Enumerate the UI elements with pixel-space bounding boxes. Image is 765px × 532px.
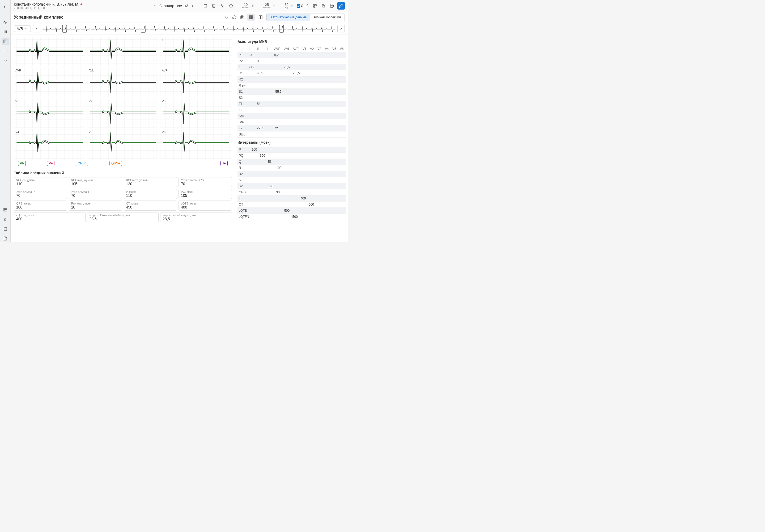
wave-tool-icon[interactable] [220,3,225,9]
cell [283,189,291,196]
print-icon[interactable] [329,3,335,9]
ecg-cell-AVL[interactable]: AVL [87,68,159,97]
table-icon[interactable] [2,206,9,214]
marker-qrsb[interactable]: QRSb [76,161,88,166]
cell [324,119,331,125]
svg-rect-3 [204,5,207,7]
cell [324,77,331,83]
ecg-cell-I[interactable]: I [14,37,86,66]
freq-minus-button[interactable]: – [279,3,284,8]
edit-button[interactable] [337,2,345,10]
field[interactable]: Угол альфа T70 [69,189,122,199]
ecg-cell-II[interactable]: II [87,37,159,66]
cell [323,189,331,196]
row-name: R1 [238,70,247,77]
refresh-icon[interactable] [231,14,237,20]
calc-icon[interactable] [2,225,9,233]
cell [273,70,283,77]
stab-checkbox[interactable]: Стаб. [297,4,309,8]
lead-select[interactable]: AVR [14,26,31,32]
ecg-cell-AVR[interactable]: AVR [14,68,86,97]
row-name: St40 [238,119,247,125]
field[interactable]: Индекс Соколова-Лайона, мм28,5 [87,212,159,222]
cell [291,159,299,165]
books-icon[interactable] [2,28,9,36]
save-icon[interactable] [239,14,245,20]
cell [283,177,291,183]
cell [292,125,301,132]
cell [283,70,292,77]
chart-icon[interactable] [2,57,9,64]
cell [309,113,316,119]
rhythm-next-button[interactable] [337,25,345,32]
doc-icon[interactable] [2,235,9,242]
marker-te[interactable]: Te [221,161,228,166]
waveform-icon[interactable] [2,19,9,26]
field[interactable]: Угол альфа P70 [14,189,67,199]
marker-qrse[interactable]: QRSe [109,161,122,166]
cell [331,107,339,113]
auto-data-button[interactable]: Автоматические данные [267,14,310,21]
gear-icon[interactable] [312,3,318,9]
alpha-icon[interactable]: α [2,216,9,223]
field[interactable]: ЧССmax, уд/мин120 [124,177,177,187]
field-value: 10 [71,205,120,209]
layout-square-icon[interactable] [202,3,208,9]
field[interactable]: cQTFm, мсек400 [14,212,86,222]
rhythm-prev-button[interactable] [33,25,40,32]
chevron-down-icon [25,27,28,30]
field[interactable]: Угол альфа QRS70 [179,177,232,187]
field[interactable]: Корнельский индекс, мм28,5 [160,212,232,222]
cell [292,64,301,70]
speed-minus-button[interactable]: – [258,3,262,8]
ecg-cell-V5[interactable]: V5 [87,129,159,159]
prev-study-button[interactable] [152,3,158,9]
marker-pe[interactable]: Pe [47,161,55,166]
freq-plus-button[interactable]: + [290,3,294,8]
field[interactable]: P, мсек110 [124,189,177,199]
speed-plus-button[interactable]: + [272,3,276,8]
ecg-cell-V1[interactable]: V1 [14,99,86,128]
cell [247,95,256,101]
ecg-cell-V3[interactable]: V3 [160,99,232,128]
ecg-cell-V4[interactable]: V4 [14,129,86,159]
amp-value: 10мм/мВ [242,3,249,9]
cell: -55,5 [273,89,283,95]
ecg-cell-V2[interactable]: V2 [87,99,159,128]
grid-icon[interactable] [2,38,9,45]
cell [292,77,301,83]
field[interactable]: Rвн откл, мсек10 [69,201,122,211]
field[interactable]: cQTB, мсек400 [179,201,232,211]
svg-point-5 [314,5,315,6]
field[interactable]: QT, мсек450 [124,201,177,211]
view-split-toggle[interactable] [257,14,264,21]
row-name: T [238,196,251,202]
marker-pb[interactable]: Pb [18,161,26,166]
ecg-cell-AVF[interactable]: AVF [160,68,232,97]
cell [291,189,299,196]
cell [259,214,267,220]
copy-icon[interactable] [320,3,326,9]
field[interactable]: QRS, мсек100 [14,201,67,211]
back-icon[interactable] [2,3,9,11]
export-icon[interactable] [2,47,9,55]
amp-minus-button[interactable]: – [237,3,241,8]
ruler-icon[interactable] [211,3,217,9]
field[interactable]: PQ, мсек105 [179,189,232,199]
heart-icon[interactable] [228,3,234,9]
cell: 0,8 [256,58,265,64]
amp-plus-button[interactable]: + [250,3,255,8]
freq-value: 30Гц [285,3,288,9]
next-study-button[interactable] [190,3,196,9]
rhythm-strip[interactable]: // replicate rhythm across strip [43,24,335,33]
undo-icon[interactable] [223,14,229,20]
view-grid-toggle[interactable] [247,14,255,21]
ecg-cell-V6[interactable]: V6 [160,129,232,159]
field[interactable]: ЧССmin, уд/мин105 [69,177,122,187]
manual-correction-button[interactable]: Ручная коррекция [310,14,345,21]
cell [251,165,259,171]
ecg-cell-III[interactable]: III [160,37,232,66]
field[interactable]: ЧССср, уд/мин110 [14,177,67,187]
cell [316,119,324,125]
cell [339,101,346,107]
